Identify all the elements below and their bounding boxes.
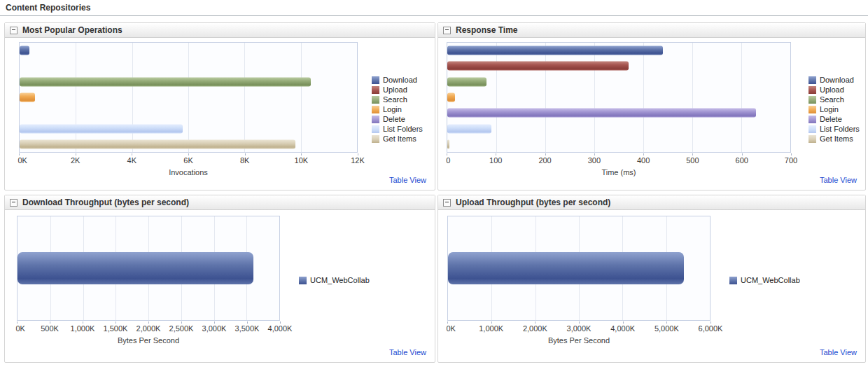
bar-list-folders[interactable] xyxy=(447,124,491,133)
legend-label: Get Items xyxy=(820,134,853,143)
bar-download[interactable] xyxy=(20,46,29,55)
panel-header: Download Throughput (bytes per second) xyxy=(5,195,435,210)
tick-mark xyxy=(132,153,132,155)
legend: UCM_WebCollab xyxy=(729,216,800,345)
legend-swatch-icon xyxy=(299,277,307,284)
bar-row xyxy=(447,74,790,90)
legend-label: Get Items xyxy=(383,134,416,143)
bar-ucm-webcollab[interactable] xyxy=(448,252,684,284)
legend-item-ucm-webcollab: UCM_WebCollab xyxy=(299,276,370,284)
bar-row xyxy=(447,105,790,120)
table-view-link[interactable]: Table View xyxy=(389,176,426,184)
x-tick-label: 1,000K xyxy=(71,324,95,333)
tick-mark xyxy=(17,321,18,324)
collapse-icon[interactable] xyxy=(10,27,18,34)
panel-header: Response Time xyxy=(438,23,865,38)
bar-delete[interactable] xyxy=(447,109,756,118)
bar-download[interactable] xyxy=(447,46,663,55)
x-axis-ticks: 0100200300400500600700 xyxy=(447,153,791,165)
legend-item-ucm-webcollab: UCM_WebCollab xyxy=(729,276,800,284)
legend-item-list-folders: List Folders xyxy=(372,125,423,133)
collapse-icon[interactable] xyxy=(10,199,18,207)
legend-item-search: Search xyxy=(808,95,860,104)
bar-row xyxy=(20,58,357,74)
tick-mark xyxy=(791,153,792,155)
legend-label: Search xyxy=(820,95,844,104)
legend-swatch-icon xyxy=(808,96,816,104)
plot-area xyxy=(447,216,710,321)
bar-search[interactable] xyxy=(20,77,311,86)
tick-mark xyxy=(742,153,743,155)
legend-label: UCM_WebCollab xyxy=(741,276,800,284)
x-axis-title: Time (ms) xyxy=(447,168,791,176)
tick-mark xyxy=(579,321,580,324)
tick-mark xyxy=(214,321,215,324)
legend-item-upload: Upload xyxy=(808,85,860,94)
plot-column: 0100200300400500600700 Time (ms) xyxy=(447,42,791,176)
bar-search[interactable] xyxy=(447,77,486,86)
tick-mark xyxy=(710,321,711,324)
legend-swatch-icon xyxy=(372,135,379,143)
bar-row xyxy=(20,120,357,136)
legend-item-download: Download xyxy=(808,76,860,84)
tick-mark xyxy=(545,153,546,155)
bar-row xyxy=(447,58,790,74)
x-axis-ticks: 0K1,000K2,000K3,000K4,000K5,000K6,000K xyxy=(447,321,710,333)
plot-column: 0K1,000K2,000K3,000K4,000K5,000K6,000K B… xyxy=(447,216,710,345)
collapse-icon[interactable] xyxy=(443,199,451,207)
tick-mark xyxy=(535,321,536,324)
bar-row xyxy=(18,216,279,320)
legend-item-download: Download xyxy=(372,76,423,84)
chart-area: 0K500K1,000K1,500K2,000K2,500K3,000K3,50… xyxy=(5,210,435,345)
x-tick-label: 3,000K xyxy=(202,324,227,333)
bar-row xyxy=(20,43,357,58)
legend-label: Download xyxy=(820,76,854,84)
legend-item-list-folders: List Folders xyxy=(808,125,860,133)
bar-upload[interactable] xyxy=(447,62,629,71)
legend-swatch-icon xyxy=(808,76,816,84)
panel-response-time: Response Time 0100200300400500600700 Tim… xyxy=(438,22,866,191)
legend-swatch-icon xyxy=(372,76,379,84)
tick-mark xyxy=(280,321,281,324)
x-tick-label: 3,000K xyxy=(567,324,592,333)
tick-mark xyxy=(148,321,149,324)
table-view-link[interactable]: Table View xyxy=(820,176,857,184)
collapse-icon[interactable] xyxy=(443,27,451,34)
x-tick-label: 0K xyxy=(15,324,24,333)
legend-label: Download xyxy=(383,76,417,84)
bar-row xyxy=(20,137,357,152)
x-tick-label: 4,000K xyxy=(268,324,293,333)
panel-most-popular-operations: Most Popular Operations 0K2K4K6K8K10K12K… xyxy=(4,22,435,191)
plot-area xyxy=(19,42,358,153)
bar-login[interactable] xyxy=(447,92,455,102)
x-tick-label: 0 xyxy=(446,156,450,165)
x-tick-label: 6,000K xyxy=(699,324,723,333)
panel-title: Download Throughput (bytes per second) xyxy=(22,198,189,207)
bar-list-folders[interactable] xyxy=(20,124,183,133)
plot-area xyxy=(447,42,791,153)
x-tick-label: 4,000K xyxy=(610,324,635,333)
x-tick-label: 2,000K xyxy=(136,324,161,333)
x-tick-label: 300 xyxy=(588,156,601,165)
tick-mark xyxy=(83,321,83,324)
table-view-link[interactable]: Table View xyxy=(820,348,857,356)
tick-mark xyxy=(358,153,358,155)
bar-row xyxy=(448,216,710,320)
x-axis-ticks: 0K500K1,000K1,500K2,000K2,500K3,000K3,50… xyxy=(17,321,280,333)
legend-label: List Folders xyxy=(383,125,423,133)
plot-column: 0K500K1,000K1,500K2,000K2,500K3,000K3,50… xyxy=(17,216,280,345)
bar-get-items[interactable] xyxy=(20,139,295,148)
legend-label: Upload xyxy=(383,85,407,94)
bar-login[interactable] xyxy=(20,92,35,102)
table-view-link[interactable]: Table View xyxy=(389,348,426,356)
tick-mark xyxy=(496,153,496,155)
bar-get-items[interactable] xyxy=(447,139,449,148)
legend-label: Search xyxy=(383,95,407,104)
bar-ucm-webcollab[interactable] xyxy=(18,252,253,284)
legend-label: Login xyxy=(383,105,402,113)
x-tick-label: 2K xyxy=(71,156,80,165)
legend-label: Delete xyxy=(820,115,842,123)
chart-area: 0K1,000K2,000K3,000K4,000K5,000K6,000K B… xyxy=(438,210,865,345)
panel-header: Upload Throughput (bytes per second) xyxy=(438,195,865,210)
panel-title: Response Time xyxy=(456,25,517,35)
